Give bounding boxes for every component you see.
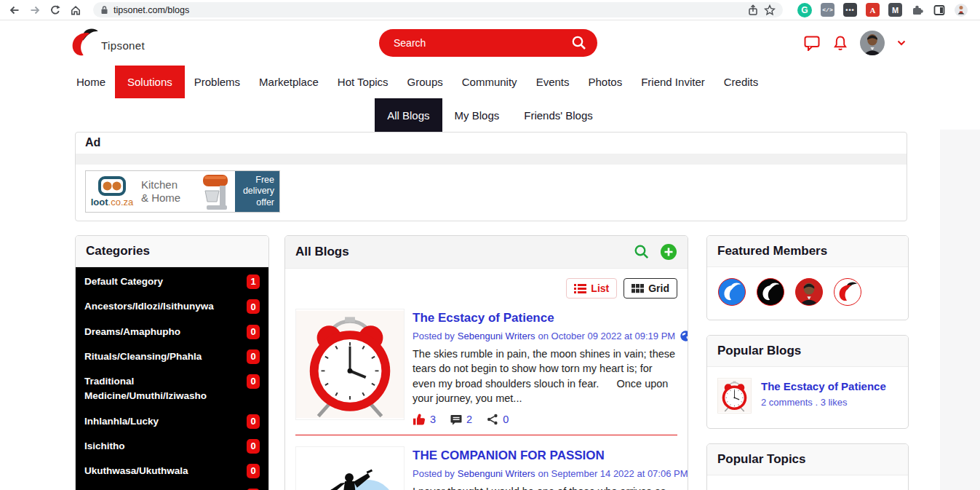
share-post-icon: [487, 414, 498, 425]
category-count-badge: 0: [247, 464, 260, 478]
categories-list: Default Category1 Ancestors/Idlozi/Isith…: [76, 267, 268, 490]
category-count-badge: 0: [247, 349, 260, 364]
chat-icon[interactable]: [804, 36, 821, 51]
lock-icon: [100, 5, 108, 15]
category-label: Traditional Medicine/Umuthi/Iziwasho: [84, 374, 230, 404]
browser-menu-icon[interactable]: [976, 4, 980, 16]
search-icon[interactable]: [571, 35, 587, 51]
user-avatar[interactable]: [860, 31, 885, 55]
book-extension-icon[interactable]: A: [866, 3, 880, 17]
category-inhlanhla[interactable]: Inhlanhla/Lucky0: [76, 409, 268, 434]
view-toggle: List Grid: [285, 269, 688, 306]
category-label: Rituals/Cleansing/Phahla: [84, 349, 202, 364]
nav-item-groups[interactable]: Groups: [398, 66, 453, 98]
chevron-down-icon[interactable]: [897, 40, 906, 46]
reload-icon[interactable]: [48, 3, 63, 17]
ad-section: Ad loot.co.za Kitchen & Home: [75, 132, 907, 221]
blog-list-panel: All Blogs List Grid: [284, 235, 688, 490]
category-traditional-medicine[interactable]: Traditional Medicine/Umuthi/Iziwasho0: [76, 369, 268, 409]
popular-topics-card: Popular Topics: [706, 443, 909, 490]
category-count-badge: 1: [247, 274, 260, 289]
profile-avatar-icon[interactable]: [955, 4, 968, 17]
header-actions: [804, 20, 906, 66]
category-count-badge: 0: [247, 325, 260, 339]
url-text[interactable]: tipsonet.com/blogs: [113, 5, 742, 15]
grid-view-button[interactable]: Grid: [624, 278, 677, 299]
site-logo[interactable]: Tipsonet: [69, 28, 145, 58]
nav-item-hot-topics[interactable]: Hot Topics: [328, 66, 398, 98]
popular-blog-title-link[interactable]: The Ecstacy of Patience: [761, 380, 886, 392]
nav-item-marketplace[interactable]: Marketplace: [250, 66, 328, 98]
ad-body: loot.co.za Kitchen & Home Fre: [76, 165, 907, 221]
dots-extension-icon[interactable]: •••: [843, 3, 857, 17]
posted-by-label: Posted by: [413, 468, 455, 479]
tab-all-blogs[interactable]: All Blogs: [375, 98, 442, 132]
ad-offer-line2: delivery: [243, 186, 274, 197]
post-excerpt: I never thought I would be one of those …: [413, 484, 677, 490]
list-icon: [574, 283, 586, 293]
nav-item-photos[interactable]: Photos: [578, 66, 632, 98]
like-count: 3: [430, 414, 436, 425]
nav-item-community[interactable]: Community: [453, 66, 527, 98]
comment-button[interactable]: [450, 414, 462, 425]
author-link[interactable]: Sebenguni Writers: [458, 468, 535, 479]
post-date: on September 14 2022 at 07:06 PM: [538, 468, 688, 479]
ad-banner[interactable]: loot.co.za Kitchen & Home Fre: [85, 170, 280, 213]
address-bar[interactable]: tipsonet.com/blogs: [93, 2, 783, 17]
nav-item-credits[interactable]: Credits: [714, 66, 768, 98]
side-panel-icon[interactable]: [933, 4, 946, 17]
search-input[interactable]: [394, 37, 571, 49]
post-thumbnail[interactable]: VISION: [295, 446, 405, 490]
member-avatar[interactable]: [718, 278, 746, 306]
popular-blog-item: The Ecstacy of Patience 2 comments . 3 l…: [707, 367, 908, 428]
nav-item-home[interactable]: Home: [67, 66, 115, 98]
code-extension-icon[interactable]: </>: [821, 3, 834, 17]
list-view-button[interactable]: List: [566, 278, 617, 299]
member-avatar[interactable]: [757, 278, 784, 306]
post-thumbnail[interactable]: [295, 309, 405, 420]
like-button[interactable]: [413, 414, 426, 425]
nav-item-problems[interactable]: Problems: [185, 66, 250, 98]
home-icon[interactable]: [68, 3, 83, 17]
post-divider: [295, 435, 677, 435]
share-post-button[interactable]: [487, 414, 498, 425]
post-title-link[interactable]: THE COMPANION FOR PASSION: [413, 448, 677, 463]
popular-topics-title: Popular Topics: [707, 444, 908, 475]
author-link[interactable]: Sebenguni Writers: [458, 331, 535, 341]
puzzle-extensions-icon[interactable]: [911, 4, 924, 17]
bookmark-star-icon[interactable]: [764, 4, 776, 16]
category-ancestors[interactable]: Ancestors/Idlozi/Isithunywa0: [76, 294, 268, 319]
blog-search-icon[interactable]: [634, 244, 650, 260]
tab-my-blogs[interactable]: My Blogs: [442, 98, 512, 132]
ad-offer-line1: Free: [255, 175, 274, 186]
categories-title: Categories: [76, 236, 268, 267]
post-content: THE COMPANION FOR PASSION Posted by Sebe…: [413, 446, 677, 490]
share-icon[interactable]: [747, 4, 759, 16]
blog-list-title: All Blogs: [295, 245, 624, 259]
forward-icon[interactable]: [28, 3, 42, 17]
category-default[interactable]: Default Category1: [76, 269, 268, 294]
back-icon[interactable]: [7, 3, 22, 17]
grammarly-icon[interactable]: G: [797, 3, 812, 17]
post-title-link[interactable]: The Ecstacy of Patience: [413, 311, 677, 325]
right-sidebar: Featured Members Po: [706, 235, 909, 490]
member-avatar[interactable]: [795, 278, 823, 306]
category-isichitho[interactable]: Isichitho0: [76, 434, 268, 459]
list-button-label: List: [591, 282, 609, 294]
category-ukuthwasa[interactable]: Ukuthwasa/Ukuthwala0: [76, 459, 268, 483]
featured-members-card: Featured Members: [706, 235, 909, 320]
member-avatar[interactable]: [834, 278, 861, 306]
nav-item-friend-inviter[interactable]: Friend Inviter: [632, 66, 714, 98]
category-dreams[interactable]: Dreams/Amaphupho0: [76, 320, 268, 344]
add-blog-icon[interactable]: [660, 243, 677, 261]
monogram-extension-icon[interactable]: M: [888, 3, 902, 17]
loot-brand: loot: [91, 197, 108, 208]
category-rituals[interactable]: Rituals/Cleansing/Phahla0: [76, 344, 268, 369]
nav-item-events[interactable]: Events: [527, 66, 579, 98]
tab-friends-blogs[interactable]: Friends' Blogs: [511, 98, 605, 132]
popular-blog-thumbnail[interactable]: [717, 378, 752, 414]
nav-item-solutions[interactable]: Solutions: [115, 66, 185, 98]
category-home-remedies[interactable]: Traditional Home Remedies0: [76, 483, 268, 490]
notifications-bell-icon[interactable]: [833, 35, 848, 51]
post-content: The Ecstacy of Patience Posted by Sebeng…: [413, 309, 677, 425]
